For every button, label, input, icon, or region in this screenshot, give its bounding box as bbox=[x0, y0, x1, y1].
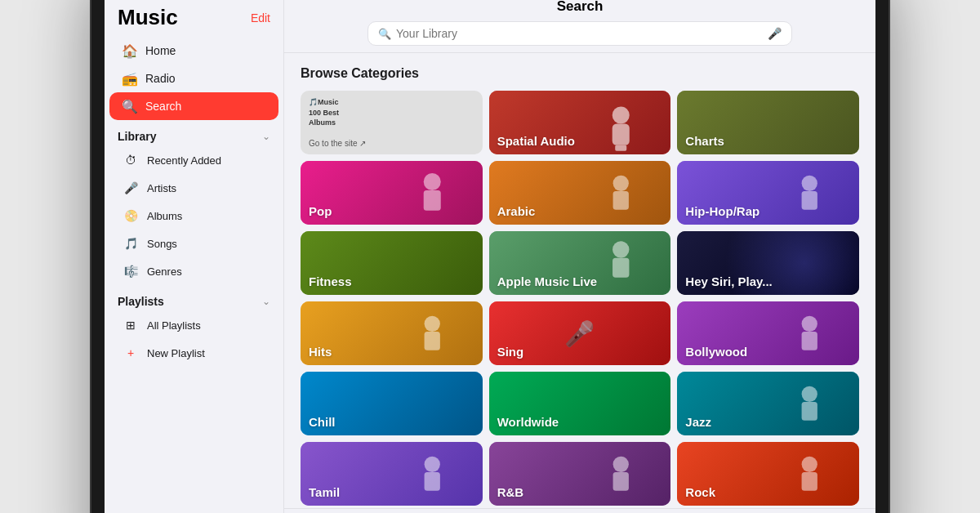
svg-rect-1 bbox=[612, 123, 630, 145]
playlists-section-header: Playlists ⌄ bbox=[105, 285, 283, 311]
svg-point-5 bbox=[612, 175, 628, 190]
category-jazz[interactable]: Jazz bbox=[677, 372, 859, 435]
library-title: Library bbox=[118, 130, 156, 143]
search-bar[interactable]: 🔍 🎤 bbox=[368, 21, 792, 46]
app-title: Music bbox=[118, 5, 178, 30]
category-hiphop[interactable]: Hip-Hop/Rap bbox=[677, 161, 859, 225]
svg-rect-6 bbox=[612, 191, 628, 210]
svg-rect-14 bbox=[801, 332, 817, 350]
charts-label: Charts bbox=[685, 134, 724, 148]
category-charts[interactable]: Charts bbox=[677, 91, 859, 154]
category-pop[interactable]: Pop bbox=[301, 161, 483, 225]
svg-point-19 bbox=[612, 456, 628, 471]
category-rock[interactable]: Rock bbox=[677, 442, 859, 506]
artists-label: Artists bbox=[147, 182, 176, 194]
recently-added-label: Recently Added bbox=[147, 154, 221, 167]
goto-label: Go to the site ↗ bbox=[309, 139, 366, 148]
genres-icon: 🎼 bbox=[122, 263, 139, 279]
playlists-chevron-icon[interactable]: ⌄ bbox=[262, 296, 270, 307]
category-goto[interactable]: 🎵Music100 BestAlbums Go to the site ↗ bbox=[301, 91, 483, 154]
edit-button[interactable]: Edit bbox=[251, 11, 270, 25]
album-icon: 📀 bbox=[122, 207, 139, 224]
plus-icon: + bbox=[122, 345, 139, 361]
all-playlists-label: All Playlists bbox=[147, 319, 201, 332]
hiphop-label: Hip-Hop/Rap bbox=[685, 204, 760, 218]
category-bollywood[interactable]: Bollywood bbox=[677, 301, 859, 365]
library-section-header: Library ⌄ bbox=[105, 120, 283, 146]
mic-icon: 🎤 bbox=[122, 180, 139, 196]
svg-rect-4 bbox=[424, 190, 441, 211]
sidebar-item-home[interactable]: 🏠 Home bbox=[109, 37, 278, 65]
app-container: Music Edit 🏠 Home 📻 Radio 🔍 Search bbox=[105, 0, 875, 513]
category-hits[interactable]: Hits bbox=[301, 301, 483, 365]
category-arabic[interactable]: Arabic bbox=[489, 161, 671, 225]
main-content: Search 🔍 🎤 Browse Categories 🎵Music100 B… bbox=[284, 0, 875, 513]
category-randb[interactable]: R&B bbox=[489, 442, 671, 506]
svg-point-15 bbox=[801, 386, 817, 401]
new-playlist-label: New Playlist bbox=[147, 347, 205, 359]
categories-grid: 🎵Music100 BestAlbums Go to the site ↗ bbox=[301, 91, 859, 508]
randb-label: R&B bbox=[497, 485, 524, 499]
svg-rect-20 bbox=[612, 472, 628, 491]
microphone-icon[interactable]: 🎤 bbox=[768, 27, 782, 40]
worldwide-label: Worldwide bbox=[497, 415, 559, 429]
svg-rect-2 bbox=[615, 145, 626, 151]
sidebar: Music Edit 🏠 Home 📻 Radio 🔍 Search bbox=[105, 0, 284, 513]
albums-label: Albums bbox=[147, 210, 182, 222]
tamil-label: Tamil bbox=[309, 485, 340, 499]
bollywood-label: Bollywood bbox=[685, 345, 747, 359]
svg-rect-10 bbox=[612, 258, 629, 278]
spatial-audio-label: Spatial Audio bbox=[497, 134, 575, 148]
sidebar-item-albums[interactable]: 📀 Albums bbox=[109, 202, 278, 230]
category-worldwide[interactable]: Worldwide bbox=[489, 372, 671, 435]
sidebar-item-search[interactable]: 🔍 Search bbox=[109, 92, 278, 120]
playlists-title: Playlists bbox=[118, 295, 164, 308]
player-bar: ♪ Not Playing ⏮ ▶ ⏭ bbox=[284, 508, 875, 513]
main-header: Search 🔍 🎤 bbox=[284, 0, 875, 53]
home-icon: 🏠 bbox=[122, 43, 137, 58]
sidebar-item-genres[interactable]: 🎼 Genres bbox=[109, 257, 278, 285]
sidebar-item-all-playlists[interactable]: ⊞ All Playlists bbox=[109, 311, 278, 339]
svg-point-13 bbox=[801, 315, 817, 331]
sidebar-item-radio[interactable]: 📻 Radio bbox=[109, 65, 278, 92]
category-apple-music-live[interactable]: Apple Music Live bbox=[489, 231, 671, 295]
sing-label: Sing bbox=[497, 345, 524, 359]
sidebar-radio-label: Radio bbox=[145, 72, 176, 85]
rock-label: Rock bbox=[685, 485, 715, 499]
svg-point-11 bbox=[425, 315, 440, 331]
svg-point-17 bbox=[425, 456, 440, 471]
category-spatial-audio[interactable]: Spatial Audio bbox=[489, 91, 671, 154]
clock-icon: ⏱ bbox=[122, 152, 139, 168]
radio-icon: 📻 bbox=[122, 71, 137, 86]
grid-icon: ⊞ bbox=[122, 317, 139, 333]
category-hey-siri[interactable]: Hey Siri, Play... bbox=[677, 231, 859, 295]
ipad-screen: 17:06 Tue 14 May ▲ 18% 🔋 Music Edit 🏠 bbox=[105, 0, 875, 513]
hits-label: Hits bbox=[309, 345, 332, 359]
fitness-label: Fitness bbox=[309, 274, 352, 288]
sidebar-item-new-playlist[interactable]: + New Playlist bbox=[109, 339, 278, 367]
svg-rect-18 bbox=[425, 472, 440, 491]
svg-point-7 bbox=[801, 175, 817, 190]
scroll-area: Browse Categories 🎵Music100 BestAlbums G… bbox=[284, 53, 875, 508]
svg-rect-8 bbox=[801, 191, 817, 210]
sidebar-item-recently-added[interactable]: ⏱ Recently Added bbox=[109, 146, 278, 174]
category-tamil[interactable]: Tamil bbox=[301, 442, 483, 506]
svg-rect-12 bbox=[425, 332, 440, 350]
hey-siri-label: Hey Siri, Play... bbox=[685, 274, 772, 288]
genres-label: Genres bbox=[147, 265, 182, 278]
apple-music-live-label: Apple Music Live bbox=[497, 274, 598, 288]
search-input[interactable] bbox=[396, 27, 763, 40]
category-fitness[interactable]: Fitness bbox=[301, 231, 483, 295]
sidebar-item-artists[interactable]: 🎤 Artists bbox=[109, 174, 278, 202]
category-chill[interactable]: Chill bbox=[301, 372, 483, 435]
category-sing[interactable]: 🎤 Sing bbox=[489, 301, 671, 365]
search-bar-icon: 🔍 bbox=[378, 28, 391, 40]
songs-label: Songs bbox=[147, 238, 177, 250]
svg-point-0 bbox=[612, 106, 630, 123]
library-chevron-icon[interactable]: ⌄ bbox=[262, 131, 270, 142]
ipad-device: 17:06 Tue 14 May ▲ 18% 🔋 Music Edit 🏠 bbox=[90, 0, 890, 513]
browse-categories-label: Browse Categories bbox=[301, 66, 859, 81]
sidebar-item-songs[interactable]: 🎵 Songs bbox=[109, 230, 278, 257]
arabic-label: Arabic bbox=[497, 204, 536, 218]
sidebar-home-label: Home bbox=[145, 44, 176, 57]
